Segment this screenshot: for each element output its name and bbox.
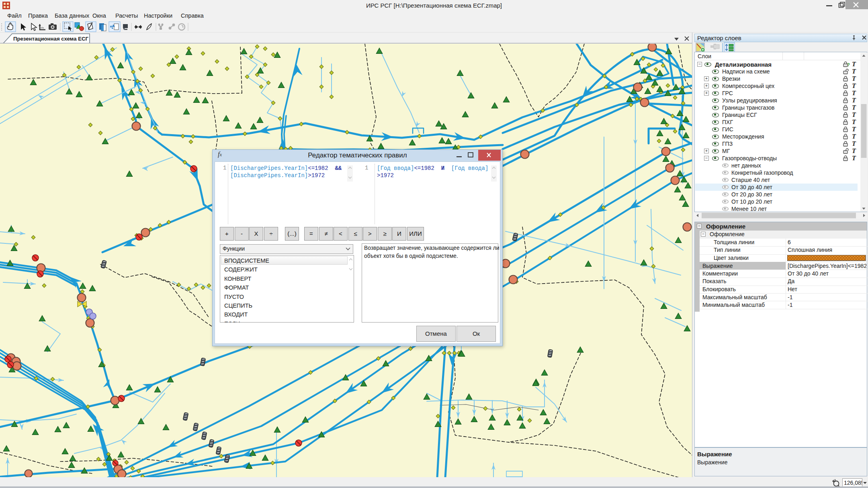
svg-text:?: ?: [847, 62, 850, 67]
